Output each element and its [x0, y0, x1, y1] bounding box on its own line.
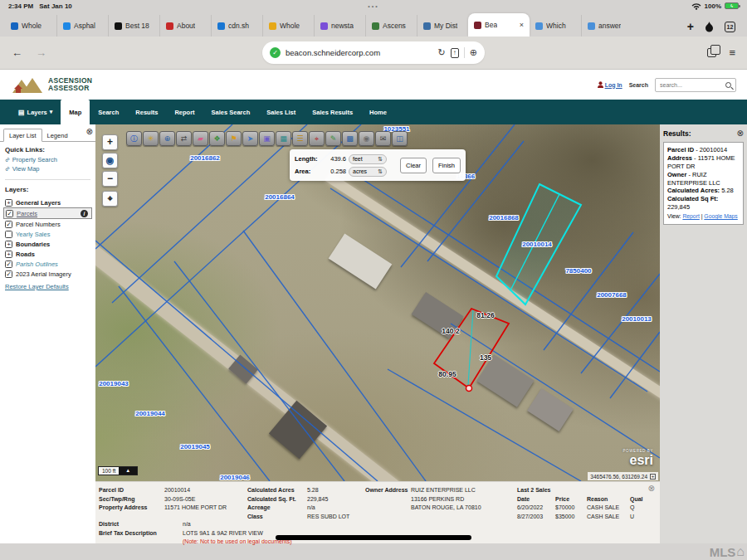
browser-tab[interactable]: Asphal: [56, 15, 108, 37]
nav-tab-results[interactable]: Results: [127, 100, 166, 124]
parcel-number-label[interactable]: 20016864: [265, 193, 295, 201]
browser-tab[interactable]: About: [159, 15, 211, 37]
restore-layer-defaults-link[interactable]: Restore Layer Defaults: [5, 283, 69, 290]
browser-tab[interactable]: Best 18: [108, 15, 159, 37]
address-bar[interactable]: ✓ beacon.schneidercorp.com ↻ ↑ ⊕: [262, 41, 485, 64]
browser-tab[interactable]: answer: [581, 15, 632, 37]
layer-row-parcel-numbers[interactable]: ✓Parcel Numbers: [0, 219, 95, 229]
nav-tab-sales-results[interactable]: Sales Results: [304, 100, 361, 124]
map-send-tool-button[interactable]: ➤: [242, 131, 258, 146]
checkbox[interactable]: ✓: [5, 270, 12, 278]
google-maps-link[interactable]: Google Maps: [704, 213, 737, 219]
length-unit-select[interactable]: feet ⇅: [349, 154, 387, 164]
map-select-tool-button[interactable]: ▩: [342, 131, 358, 146]
browser-tab[interactable]: cdn.sh: [211, 15, 262, 37]
map-buffer-tool-button[interactable]: ◉: [359, 131, 374, 146]
url-text[interactable]: beacon.schneidercorp.com: [286, 48, 433, 57]
map-flash-tool-button[interactable]: ✳: [143, 131, 159, 146]
map-pan-tool-button[interactable]: ⇄: [176, 131, 192, 146]
map-zoom-box-tool-button[interactable]: ⊕: [159, 131, 175, 146]
result-card[interactable]: Parcel ID - 20010014 Address - 11571 HOM…: [663, 142, 744, 225]
parcel-number-label[interactable]: 20019043: [99, 380, 129, 387]
search-icon[interactable]: [725, 82, 731, 88]
checkbox[interactable]: ✓: [5, 221, 12, 228]
map-sketch-tool-button[interactable]: ✎: [325, 131, 341, 146]
clear-button[interactable]: Clear: [400, 158, 427, 173]
share-icon[interactable]: ↑: [451, 48, 459, 58]
tab-overview-button[interactable]: 12: [725, 22, 735, 32]
map-photo-tool-button[interactable]: ▣: [259, 131, 275, 146]
view-map-link[interactable]: ∞ View Map: [5, 165, 90, 173]
browser-tab[interactable]: Which: [530, 15, 581, 37]
layer-row-yearly-sales[interactable]: Yearly Sales: [0, 229, 95, 239]
browser-tab[interactable]: My Dist: [417, 15, 468, 37]
locate-button[interactable]: ⌖: [102, 191, 118, 207]
close-panel-icon[interactable]: ⊗: [86, 127, 93, 136]
layer-label[interactable]: Parcels: [17, 210, 37, 217]
layer-label[interactable]: General Layers: [16, 199, 61, 207]
layer-row-parish-outlines[interactable]: ✓Parish Outlines: [0, 259, 95, 269]
nav-tab-map[interactable]: Map: [61, 100, 90, 124]
layer-label[interactable]: 2023 Aerial Imagery: [16, 270, 71, 278]
measurement-polygon[interactable]: [434, 309, 509, 392]
browser-tab[interactable]: newsta: [314, 15, 365, 37]
layer-row-roads[interactable]: +Roads: [0, 249, 95, 259]
expand-icon[interactable]: +: [5, 241, 12, 248]
parcel-number-label[interactable]: 20007668: [597, 291, 627, 299]
expand-icon[interactable]: +: [5, 199, 12, 207]
map-roads-tool-button[interactable]: ☰: [292, 131, 308, 146]
header-search-box[interactable]: [655, 78, 736, 92]
map-basemap-tool-button[interactable]: ▦: [276, 131, 291, 146]
area-unit-select[interactable]: acres ⇅: [349, 167, 387, 177]
report-link[interactable]: Report: [682, 213, 699, 219]
map-eraser-tool-button[interactable]: ▰: [193, 131, 208, 146]
browser-tab[interactable]: Whole: [5, 15, 56, 37]
new-tab-button[interactable]: +: [687, 20, 694, 33]
tab-layer-list[interactable]: Layer List: [3, 129, 42, 142]
layer-row-parcels[interactable]: ✓Parcelsi: [3, 207, 92, 219]
parcel-number-label[interactable]: 20019046: [220, 474, 250, 481]
parcel-number-label[interactable]: 7850400: [565, 267, 591, 275]
browser-tab[interactable]: Bea×: [468, 13, 530, 37]
layer-row-boundaries[interactable]: +Boundaries: [0, 239, 95, 249]
checkbox[interactable]: [5, 231, 12, 238]
layer-label[interactable]: Parish Outlines: [16, 261, 58, 268]
login-link[interactable]: Log In: [598, 81, 622, 88]
parcel-number-label[interactable]: 20010014: [522, 241, 552, 248]
header-search-input[interactable]: [660, 82, 725, 88]
finish-button[interactable]: Finish: [432, 158, 461, 173]
browser-tab[interactable]: Ascens: [365, 15, 417, 37]
zoom-in-button[interactable]: +: [102, 134, 118, 150]
parcel-number-label[interactable]: 20019045: [180, 443, 210, 450]
layer-label[interactable]: Parcel Numbers: [16, 221, 61, 228]
close-results-icon[interactable]: ⊗: [737, 129, 744, 138]
tab-switcher-icon[interactable]: [707, 48, 716, 57]
layer-row-general-layers[interactable]: +General Layers: [0, 197, 95, 207]
map-find-tool-button[interactable]: ⌖: [309, 131, 325, 146]
tab-legend[interactable]: Legend: [42, 129, 73, 141]
nav-tab-sales-search[interactable]: Sales Search: [203, 100, 259, 124]
layer-info-icon[interactable]: i: [81, 210, 88, 217]
checkbox[interactable]: ✓: [5, 261, 12, 268]
map-shapes-tool-button[interactable]: ❖: [209, 131, 225, 146]
layer-label[interactable]: Yearly Sales: [16, 231, 50, 238]
map-pushpin-tool-button[interactable]: ⚑: [226, 131, 242, 146]
parcel-number-label[interactable]: 20010013: [622, 315, 652, 323]
map-save-tool-button[interactable]: ◫: [392, 131, 408, 146]
nav-tab-sales-list[interactable]: Sales List: [258, 100, 304, 124]
parcel-number-label[interactable]: 20016862: [190, 154, 220, 162]
browser-tab[interactable]: Whole: [262, 15, 314, 37]
browser-menu-icon[interactable]: ≡: [729, 46, 735, 59]
add-bookmark-icon[interactable]: ⊕: [470, 47, 477, 58]
back-button[interactable]: ←: [12, 46, 22, 59]
close-info-bar-icon[interactable]: ⊗: [648, 484, 655, 493]
nav-tab-home[interactable]: Home: [361, 100, 395, 124]
reload-icon[interactable]: ↻: [438, 47, 446, 58]
nav-tab-search[interactable]: Search: [90, 100, 127, 124]
layer-row-2023-aerial-imagery[interactable]: ✓2023 Aerial Imagery: [0, 269, 95, 279]
layer-label[interactable]: Roads: [16, 251, 35, 258]
home-indicator[interactable]: [276, 535, 471, 540]
private-mode-icon[interactable]: [705, 22, 714, 32]
header-search-label[interactable]: Search: [629, 82, 648, 88]
layer-label[interactable]: Boundaries: [16, 241, 50, 248]
